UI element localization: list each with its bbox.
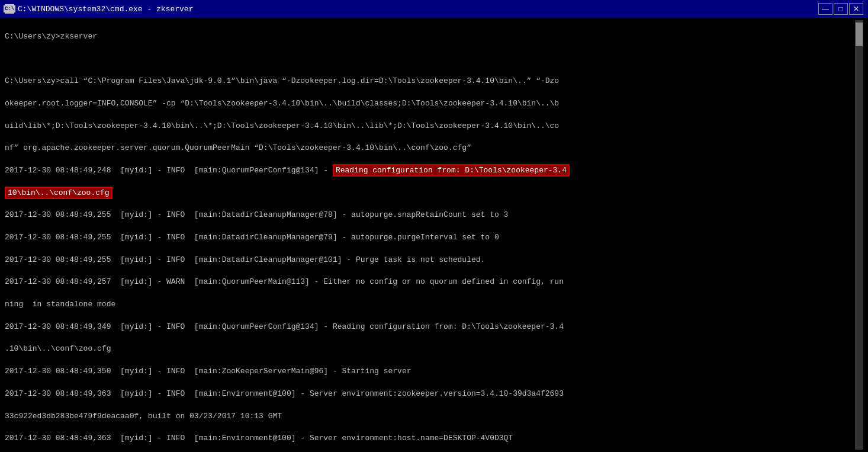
window-controls: — □ ✕ bbox=[818, 3, 863, 15]
scrollbar[interactable] bbox=[855, 20, 863, 450]
line-1: C:\Users\zy>zkserver bbox=[5, 31, 855, 43]
line-2 bbox=[5, 54, 855, 65]
line-3: C:\Users\zy>call “C:\Program Files\Java\… bbox=[5, 76, 855, 87]
window-title: C:\WINDOWS\system32\cmd.exe - zkserver bbox=[18, 5, 193, 14]
line-18: 33c922ed3db283be479f9deacaa0f, built on … bbox=[5, 411, 855, 422]
line-15: .10\bin\..\conf\zoo.cfg bbox=[5, 344, 855, 355]
line-14: 2017-12-30 08:48:49,349 [myid:] - INFO [… bbox=[5, 322, 855, 333]
line-11: 2017-12-30 08:48:49,255 [myid:] - INFO [… bbox=[5, 255, 855, 266]
terminal-window: C:\Users\zy>zkserver C:\Users\zy>call “C… bbox=[0, 18, 868, 452]
minimize-button[interactable]: — bbox=[818, 3, 832, 15]
line-9: 2017-12-30 08:48:49,255 [myid:] - INFO [… bbox=[5, 210, 855, 221]
line-7: 2017-12-30 08:48:49,248 [myid:] - INFO [… bbox=[5, 165, 855, 177]
line-12: 2017-12-30 08:48:49,257 [myid:] - WARN [… bbox=[5, 277, 855, 288]
maximize-button[interactable]: □ bbox=[834, 3, 848, 15]
scrollbar-thumb[interactable] bbox=[856, 23, 863, 46]
line-10: 2017-12-30 08:48:49,255 [myid:] - INFO [… bbox=[5, 232, 855, 243]
line-4: okeeper.root.logger=INFO,CONSOLE” -cp “D… bbox=[5, 98, 855, 110]
window-icon: C:\ bbox=[5, 4, 14, 14]
line-5: uild\lib\*;D:\Tools\zookeeper-3.4.10\bin… bbox=[5, 121, 855, 132]
close-button[interactable]: ✕ bbox=[849, 3, 863, 15]
line-17: 2017-12-30 08:48:49,363 [myid:] - INFO [… bbox=[5, 389, 855, 400]
line-13: ning in standalone mode bbox=[5, 299, 855, 310]
line-16: 2017-12-30 08:48:49,350 [myid:] - INFO [… bbox=[5, 366, 855, 377]
title-bar: C:\ C:\WINDOWS\system32\cmd.exe - zkserv… bbox=[0, 0, 868, 18]
line-6: nf” org.apache.zookeeper.server.quorum.Q… bbox=[5, 143, 855, 154]
line-8: 10\bin\..\conf\zoo.cfg bbox=[5, 188, 855, 199]
terminal-output: C:\Users\zy>zkserver C:\Users\zy>call “C… bbox=[5, 20, 855, 450]
window: C:\ C:\WINDOWS\system32\cmd.exe - zkserv… bbox=[0, 0, 868, 452]
line-19: 2017-12-30 08:48:49,363 [myid:] - INFO [… bbox=[5, 433, 855, 444]
